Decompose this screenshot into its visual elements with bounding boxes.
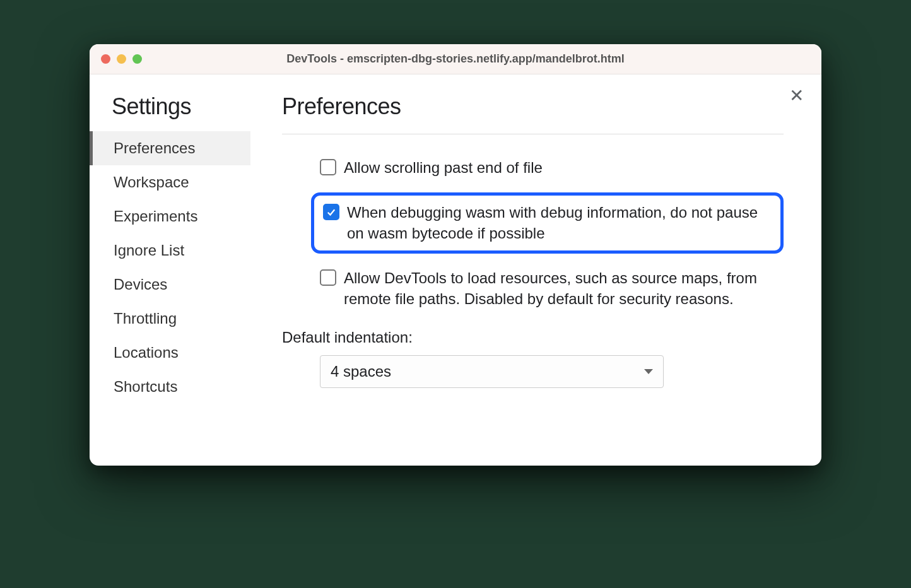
sidebar-item-label: Locations <box>114 344 179 361</box>
sidebar-title: Settings <box>90 93 250 131</box>
sidebar-item-ignore-list[interactable]: Ignore List <box>90 233 250 268</box>
maximize-window-button[interactable] <box>132 54 142 64</box>
window: DevTools - emscripten-dbg-stories.netlif… <box>90 44 821 466</box>
sidebar-item-experiments[interactable]: Experiments <box>90 199 250 233</box>
sidebar-item-label: Ignore List <box>114 242 184 259</box>
sidebar-item-label: Throttling <box>114 310 177 327</box>
checkbox-allow-scroll-past-end[interactable] <box>320 159 336 175</box>
sidebar-item-label: Shortcuts <box>114 378 177 395</box>
close-window-button[interactable] <box>101 54 110 64</box>
select-value: 4 spaces <box>331 363 391 380</box>
option-wasm-no-pause[interactable]: When debugging wasm with debug informati… <box>311 192 784 254</box>
option-label: Allow DevTools to load resources, such a… <box>344 268 775 310</box>
sidebar: Settings Preferences Workspace Experimen… <box>90 74 250 466</box>
chevron-down-icon <box>644 369 653 374</box>
sidebar-item-label: Experiments <box>114 208 197 225</box>
sidebar-item-label: Devices <box>114 276 167 293</box>
checkbox-allow-remote-paths[interactable] <box>320 269 336 286</box>
sidebar-item-label: Workspace <box>114 173 189 191</box>
minimize-window-button[interactable] <box>117 54 126 64</box>
sidebar-item-workspace[interactable]: Workspace <box>90 165 250 199</box>
sidebar-item-locations[interactable]: Locations <box>90 336 250 370</box>
sidebar-item-devices[interactable]: Devices <box>90 268 250 302</box>
sidebar-item-preferences[interactable]: Preferences <box>90 131 250 165</box>
indentation-select[interactable]: 4 spaces <box>320 355 664 388</box>
indentation-label: Default indentation: <box>282 329 784 346</box>
sidebar-item-shortcuts[interactable]: Shortcuts <box>90 370 250 404</box>
option-allow-remote-paths[interactable]: Allow DevTools to load resources, such a… <box>311 262 784 315</box>
main-panel: Preferences Allow scrolling past end of … <box>250 74 821 466</box>
option-label: When debugging wasm with debug informati… <box>347 202 772 244</box>
content-area: ✕ Settings Preferences Workspace Experim… <box>90 74 821 466</box>
option-label: Allow scrolling past end of file <box>344 157 543 179</box>
traffic-lights <box>101 54 142 64</box>
window-title: DevTools - emscripten-dbg-stories.netlif… <box>90 52 821 66</box>
sidebar-item-label: Preferences <box>114 139 195 156</box>
close-icon[interactable]: ✕ <box>789 87 804 105</box>
option-allow-scroll-past-end[interactable]: Allow scrolling past end of file <box>311 152 784 184</box>
page-title: Preferences <box>282 93 784 134</box>
titlebar: DevTools - emscripten-dbg-stories.netlif… <box>90 44 821 74</box>
sidebar-item-throttling[interactable]: Throttling <box>90 302 250 336</box>
checkbox-wasm-no-pause[interactable] <box>323 204 339 220</box>
